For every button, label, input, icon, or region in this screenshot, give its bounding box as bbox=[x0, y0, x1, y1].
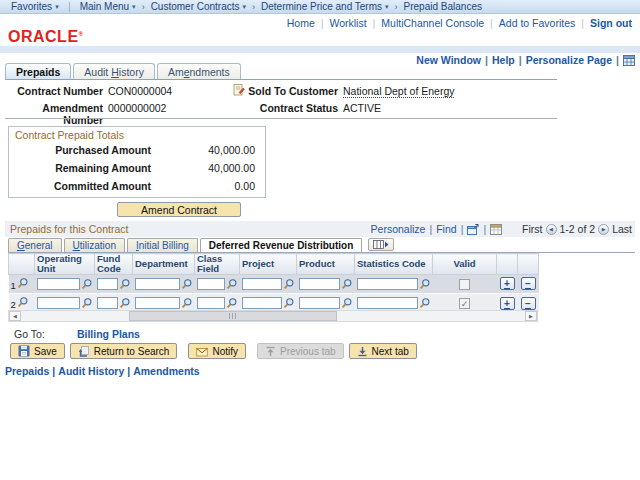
department-input[interactable] bbox=[135, 278, 180, 290]
go-to-row: Go To: Billing Plans bbox=[14, 328, 140, 340]
scroll-left-arrow[interactable]: ◀ bbox=[9, 311, 21, 321]
registered-mark: ® bbox=[79, 31, 84, 37]
show-all-columns-icon[interactable] bbox=[368, 238, 394, 251]
delete-row-button[interactable]: − bbox=[521, 277, 536, 290]
footer-link-audit-history[interactable]: Audit History bbox=[58, 365, 124, 377]
scrollbar-track[interactable] bbox=[21, 311, 525, 321]
breadcrumb-determine-price-terms[interactable]: Determine Price and Terms ▾ bbox=[257, 1, 393, 12]
department-lookup-icon[interactable] bbox=[181, 297, 193, 309]
statistics-code-lookup-icon[interactable] bbox=[419, 278, 431, 290]
project-input[interactable] bbox=[242, 297, 282, 309]
operating-unit-lookup-icon[interactable] bbox=[81, 278, 93, 290]
department-input[interactable] bbox=[135, 297, 180, 309]
button-label: Save bbox=[34, 346, 57, 357]
operating-unit-input[interactable] bbox=[37, 297, 80, 309]
divider bbox=[69, 2, 70, 12]
statistics-code-input[interactable] bbox=[357, 297, 418, 309]
statistics-code-input[interactable] bbox=[357, 278, 418, 290]
statistics-code-lookup-icon[interactable] bbox=[419, 297, 431, 309]
tab-audit-history[interactable]: Audit History bbox=[73, 63, 155, 79]
breadcrumb-separator: › bbox=[142, 2, 145, 12]
project-lookup-icon[interactable] bbox=[283, 297, 295, 309]
fund-code-lookup-icon[interactable] bbox=[119, 297, 131, 309]
find-link[interactable]: Find bbox=[436, 223, 456, 235]
billing-plans-link[interactable]: Billing Plans bbox=[77, 328, 140, 340]
fund-code-input[interactable] bbox=[97, 278, 118, 290]
row-search-icon[interactable] bbox=[17, 277, 29, 289]
grid-section-header: Prepaids for this Contract Personalize |… bbox=[5, 221, 635, 237]
header-links: Home | Worklist | MultiChannel Console |… bbox=[287, 17, 632, 29]
worklist-link[interactable]: Worklist bbox=[329, 17, 366, 29]
pager-last-link[interactable]: Last bbox=[612, 223, 632, 235]
row-search-icon[interactable] bbox=[17, 296, 29, 308]
project-lookup-icon[interactable] bbox=[283, 278, 295, 290]
breadcrumb-current-page: Prepaid Balances bbox=[400, 1, 486, 12]
divider bbox=[5, 118, 557, 119]
fund-code-input[interactable] bbox=[97, 297, 118, 309]
tab-amendments[interactable]: Amendments bbox=[157, 63, 241, 79]
grid-tab-utilization[interactable]: Utilization bbox=[64, 238, 125, 252]
operating-unit-input[interactable] bbox=[37, 278, 80, 290]
class-field-input[interactable] bbox=[197, 297, 225, 309]
department-lookup-icon[interactable] bbox=[181, 278, 193, 290]
add-to-favorites-link[interactable]: Add to Favorites bbox=[499, 17, 575, 29]
return-to-search-button[interactable]: Return to Search bbox=[70, 343, 178, 359]
chevron-down-icon: ▾ bbox=[243, 3, 247, 11]
divider: | bbox=[483, 223, 486, 235]
product-input[interactable] bbox=[299, 297, 340, 309]
grid-tab-general[interactable]: General bbox=[8, 238, 62, 252]
footer-page-links: Prepaids|Audit History|Amendments bbox=[5, 365, 200, 377]
view-all-popup-icon[interactable] bbox=[467, 224, 479, 235]
product-lookup-icon[interactable] bbox=[341, 297, 353, 309]
committed-amount-label: Committed Amount bbox=[9, 180, 151, 192]
class-field-input[interactable] bbox=[197, 278, 225, 290]
sold-to-customer-link[interactable]: National Dept of Energy bbox=[343, 85, 454, 98]
copy-url-icon[interactable] bbox=[623, 55, 635, 66]
personalize-link[interactable]: Personalize bbox=[371, 223, 426, 235]
download-to-spreadsheet-icon[interactable] bbox=[490, 224, 502, 235]
divider: | bbox=[490, 17, 493, 29]
amendment-number-value: 0000000002 bbox=[108, 102, 166, 114]
footer-link-amendments[interactable]: Amendments bbox=[133, 365, 200, 377]
notes-icon[interactable] bbox=[233, 83, 245, 98]
amend-contract-button[interactable]: Amend Contract bbox=[117, 202, 241, 217]
totals-row: Purchased Amount 40,000.00 bbox=[9, 144, 265, 162]
favorites-menu[interactable]: Favorites ▾ bbox=[7, 1, 63, 12]
grid-tab-deferred-revenue-distribution[interactable]: Deferred Revenue Distribution bbox=[200, 238, 362, 252]
save-icon bbox=[18, 345, 30, 357]
main-menu-label: Main Menu bbox=[80, 1, 129, 12]
pager-previous-icon[interactable]: ◀ bbox=[546, 224, 557, 235]
class-field-lookup-icon[interactable] bbox=[226, 278, 238, 290]
divider: | bbox=[461, 223, 464, 235]
next-tab-icon bbox=[357, 346, 368, 357]
product-lookup-icon[interactable] bbox=[341, 278, 353, 290]
fund-code-lookup-icon[interactable] bbox=[119, 278, 131, 290]
add-row-button[interactable]: + bbox=[500, 297, 515, 310]
save-button[interactable]: Save bbox=[10, 343, 65, 359]
home-link[interactable]: Home bbox=[287, 17, 315, 29]
application-window: Favorites ▾ Main Menu ▾ › Customer Contr… bbox=[0, 0, 640, 480]
pager-first-link[interactable]: First bbox=[522, 223, 542, 235]
delete-row-button[interactable]: − bbox=[521, 297, 536, 310]
scroll-right-arrow[interactable]: ▶ bbox=[525, 311, 537, 321]
project-input[interactable] bbox=[242, 278, 282, 290]
notify-button[interactable]: Notify bbox=[188, 343, 246, 359]
breadcrumb-customer-contracts[interactable]: Customer Contracts ▾ bbox=[147, 1, 250, 12]
product-input[interactable] bbox=[299, 278, 340, 290]
operating-unit-lookup-icon[interactable] bbox=[81, 297, 93, 309]
class-field-lookup-icon[interactable] bbox=[226, 297, 238, 309]
pager-next-icon[interactable]: ▶ bbox=[598, 224, 609, 235]
multichannel-console-link[interactable]: MultiChannel Console bbox=[381, 17, 484, 29]
tab-label: Prepaids bbox=[16, 66, 60, 78]
add-row-button[interactable]: + bbox=[500, 277, 515, 290]
grid-header-row: Operating Unit Fund Code Department Clas… bbox=[9, 254, 539, 275]
grid-tab-initial-billing[interactable]: Initial Billing bbox=[127, 238, 198, 252]
sign-out-link[interactable]: Sign out bbox=[590, 17, 632, 29]
contract-status-value: ACTIVE bbox=[343, 102, 381, 114]
scrollbar-thumb[interactable] bbox=[129, 311, 337, 321]
footer-link-prepaids[interactable]: Prepaids bbox=[5, 365, 49, 377]
next-tab-button[interactable]: Next tab bbox=[349, 343, 417, 359]
horizontal-scrollbar[interactable]: ◀ ▶ bbox=[8, 310, 538, 322]
tab-prepaids[interactable]: Prepaids bbox=[5, 63, 71, 79]
main-menu[interactable]: Main Menu ▾ bbox=[76, 1, 140, 12]
